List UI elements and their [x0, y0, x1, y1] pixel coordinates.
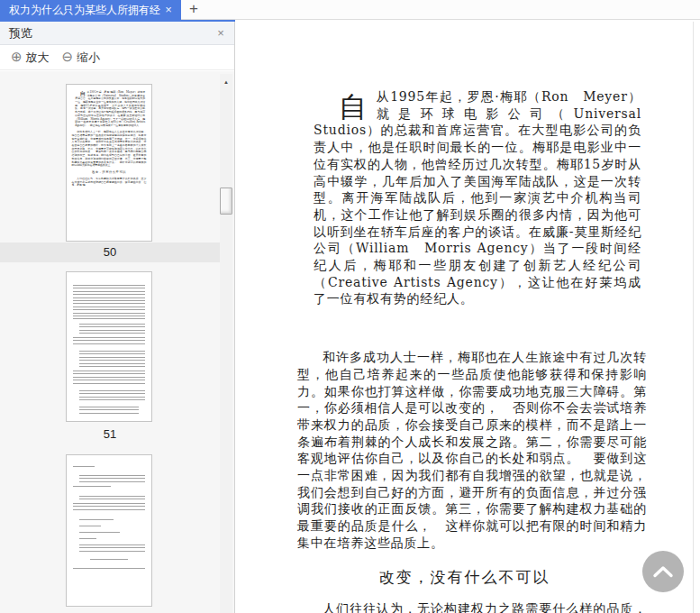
thumbnail-page-52[interactable] — [66, 454, 152, 607]
scrollbar-thumb[interactable] — [220, 188, 232, 215]
zoom-out-icon: ⊖ — [62, 50, 74, 64]
zoom-in-button[interactable]: ⊕ 放大 — [11, 50, 50, 66]
drop-cap: 自 — [339, 91, 368, 122]
page-50-content: 自从1995年起，罗恩·梅耶（Ron Meyer）就是环球电影公司（Univer… — [236, 22, 693, 613]
thumbnail-panel: 自从1995年起，罗恩·梅耶（Ron Meyer）就是环球电影公司（Univer… — [0, 71, 234, 613]
scroll-to-top-button[interactable] — [642, 551, 684, 592]
tab-accent-line — [0, 20, 235, 22]
ebook-reader-window: 权力为什么只为某些人所拥有经 × + 预览 × ⊕ 放大 ⊖ 缩小 — [0, 0, 700, 613]
section-heading: 改变，没有什么不可以 — [236, 567, 693, 588]
zoom-in-icon: ⊕ — [11, 50, 23, 64]
zoom-out-button[interactable]: ⊖ 缩小 — [62, 50, 101, 66]
thumbnail-page-51[interactable] — [66, 271, 152, 422]
text-lines-placeholder — [67, 272, 151, 416]
thumbnail-page-50-content: 自从1995年起，罗恩·梅耶（Ron Meyer）就是环球电影公司（Univer… — [67, 85, 151, 242]
preview-toolbar: ⊕ 放大 ⊖ 缩小 — [0, 45, 234, 70]
tab-title: 权力为什么只为某些人所拥有经 — [9, 0, 160, 20]
paragraph-2: 和许多成功人士一样，梅耶也在人生旅途中有过几次转型，他自己培养起来的一些品质使他… — [297, 349, 647, 551]
thumbnail-page-50[interactable]: 自从1995年起，罗恩·梅耶（Ron Meyer）就是环球电影公司（Univer… — [66, 84, 152, 242]
preview-sidebar: 预览 × ⊕ 放大 ⊖ 缩小 自从1995年起，罗恩·梅耶（Ron Meyer）… — [0, 22, 235, 613]
scrollbar-up-arrow-icon[interactable]: ▲ — [220, 76, 232, 88]
preview-panel-header: 预览 × — [0, 22, 234, 45]
chevron-up-icon — [652, 565, 674, 578]
paragraph-3: 人们往往认为，无论构建权力之路需要什么样的品质，至少在你成年之后就已经明确自己拥… — [297, 600, 647, 613]
preview-close-icon[interactable]: × — [213, 22, 229, 45]
new-tab-button[interactable]: + — [185, 0, 203, 20]
preview-panel-title: 预览 — [0, 22, 234, 44]
thumbnail-label-50[interactable]: 50 — [0, 242, 220, 262]
thumbnail-label-51[interactable]: 51 — [0, 425, 220, 444]
text-lines-placeholder — [67, 455, 151, 571]
tab-book[interactable]: 权力为什么只为某些人所拥有经 × — [0, 0, 181, 20]
tab-bar: 权力为什么只为某些人所拥有经 × + — [0, 0, 700, 20]
sidebar-scrollbar[interactable]: ▲ — [220, 74, 232, 613]
reading-pane: 自从1995年起，罗恩·梅耶（Ron Meyer）就是环球电影公司（Univer… — [236, 22, 694, 613]
tab-close-icon[interactable]: × — [161, 0, 176, 20]
thumbnail-list: 自从1995年起，罗恩·梅耶（Ron Meyer）就是环球电影公司（Univer… — [0, 71, 220, 607]
paragraph-1: 自从1995年起，罗恩·梅耶（Ron Meyer）就是环球电影公司（Univer… — [314, 88, 641, 307]
